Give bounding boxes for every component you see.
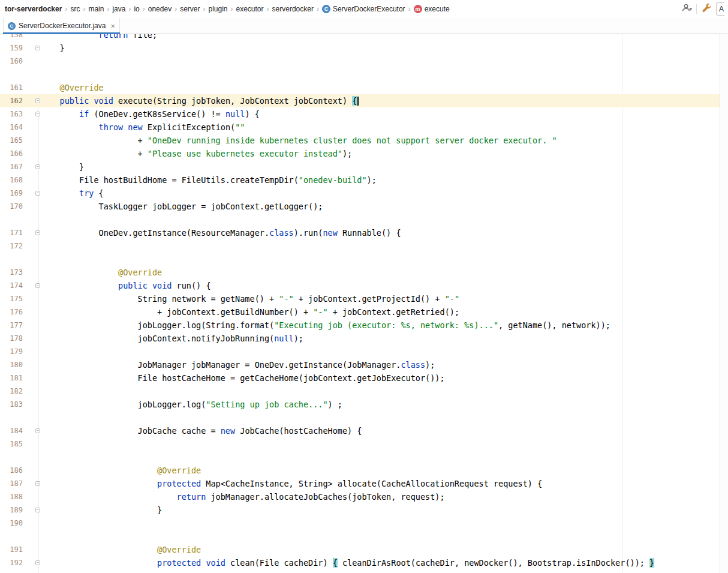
editor-scrollbar[interactable] [720, 34, 728, 573]
code-line-181[interactable]: 181 File hostCacheHome = getCacheHome(jo… [0, 371, 728, 385]
code-text[interactable]: @Override [40, 81, 728, 94]
line-number[interactable]: 160 [0, 55, 23, 68]
line-number[interactable]: 162 [0, 94, 23, 107]
line-number[interactable]: 173 [0, 266, 23, 279]
line-number[interactable]: 163 [0, 107, 23, 121]
line-number[interactable]: 180 [0, 358, 23, 371]
code-text[interactable]: try { [40, 187, 728, 200]
code-text[interactable] [40, 451, 728, 464]
gutter[interactable]: 165 [0, 134, 40, 147]
code-text[interactable]: return file; [40, 34, 728, 41]
gutter[interactable]: 175 [0, 292, 40, 305]
line-number[interactable]: 171 [0, 226, 23, 239]
line-number[interactable]: 191 [0, 543, 23, 556]
line-number[interactable] [0, 451, 23, 464]
code-text[interactable]: JobCache cache = new JobCache(hostCacheH… [40, 424, 728, 437]
code-text[interactable]: File hostCacheHome = getCacheHome(jobCon… [40, 371, 728, 385]
fold-marker-icon[interactable] [35, 481, 40, 486]
code-text[interactable] [40, 411, 728, 424]
line-number[interactable]: 168 [0, 173, 23, 187]
gutter[interactable]: 182 [0, 385, 40, 398]
line-number[interactable]: 183 [0, 398, 23, 411]
code-line-186[interactable]: 186 @Override [0, 464, 728, 477]
code-text[interactable]: } [40, 160, 728, 173]
code-line-178[interactable]: 178 jobContext.notifyJobRunning(null); [0, 332, 728, 345]
code-text[interactable]: protected void clean(File cacheDir) { cl… [40, 556, 728, 569]
code-text[interactable]: public void run() { [40, 279, 728, 292]
code-line-192[interactable]: 192 protected void clean(File cacheDir) … [0, 556, 728, 569]
gutter[interactable] [0, 451, 40, 464]
line-number[interactable]: 172 [0, 239, 23, 253]
code-text[interactable]: + "Please use kubernetes executor instea… [40, 147, 728, 160]
fold-marker-icon[interactable] [35, 230, 40, 235]
code-line-170[interactable]: 170 TaskLogger jobLogger = jobContext.ge… [0, 200, 728, 213]
line-number[interactable]: 166 [0, 147, 23, 160]
code-line-spacer[interactable] [0, 253, 728, 266]
code-text[interactable]: protected Map<CacheInstance, String> all… [40, 477, 728, 490]
line-number[interactable]: 164 [0, 121, 23, 134]
user-profile-button[interactable]: ▾ [681, 3, 692, 15]
line-number[interactable]: 177 [0, 319, 23, 332]
line-number[interactable]: 186 [0, 464, 23, 477]
code-line-183[interactable]: 183 jobLogger.log("Setting up job cache.… [0, 398, 728, 411]
line-number[interactable] [0, 253, 23, 266]
code-line-169[interactable]: 169 try { [0, 187, 728, 200]
code-text[interactable]: + "OneDev running inside kubernetes clus… [40, 134, 728, 147]
line-number[interactable]: 158 [0, 34, 23, 41]
code-text[interactable] [40, 437, 728, 451]
gutter[interactable]: 173 [0, 266, 40, 279]
gutter[interactable]: 178 [0, 332, 40, 345]
line-number[interactable]: 161 [0, 81, 23, 94]
gutter[interactable] [0, 411, 40, 424]
line-number[interactable]: 170 [0, 200, 23, 213]
gutter[interactable]: 162 [0, 94, 40, 107]
gutter[interactable]: 170 [0, 200, 40, 213]
line-number[interactable]: 159 [0, 41, 23, 55]
breadcrumb-item-server[interactable]: server [179, 4, 201, 14]
line-number[interactable]: 176 [0, 305, 23, 319]
code-line-180[interactable]: 180 JobManager jobManager = OneDev.getIn… [0, 358, 728, 371]
code-line-184[interactable]: 184 JobCache cache = new JobCache(hostCa… [0, 424, 728, 437]
line-number[interactable]: 179 [0, 345, 23, 358]
code-line-163[interactable]: 163 if (OneDev.getK8sService() != null) … [0, 107, 728, 121]
gutter[interactable] [0, 253, 40, 266]
code-text[interactable]: return jobManager.allocateJobCaches(jobT… [40, 490, 728, 503]
line-number[interactable] [0, 411, 23, 424]
code-line-161[interactable]: 161 @Override [0, 81, 728, 94]
code-text[interactable]: File hostBuildHome = FileUtils.createTem… [40, 173, 728, 187]
code-text[interactable]: @Override [40, 543, 728, 556]
gutter[interactable]: 189 [0, 503, 40, 517]
line-number[interactable]: 192 [0, 556, 23, 569]
line-number[interactable]: 190 [0, 517, 23, 530]
code-line-162[interactable]: 162 public void execute(String jobToken,… [0, 94, 728, 107]
gutter[interactable]: 163 [0, 107, 40, 121]
code-line-168[interactable]: 168 File hostBuildHome = FileUtils.creat… [0, 173, 728, 187]
gutter[interactable] [0, 213, 40, 226]
breadcrumb-item-executor[interactable]: executor [235, 4, 265, 14]
gutter[interactable] [0, 68, 40, 81]
line-number[interactable]: 188 [0, 490, 23, 503]
breadcrumb-item-io[interactable]: io [133, 4, 140, 14]
code-text[interactable] [40, 68, 728, 81]
code-line-190[interactable]: 190 [0, 517, 728, 530]
gutter[interactable]: 158 [0, 34, 40, 41]
code-line-179[interactable]: 179 [0, 345, 728, 358]
code-text[interactable]: throw new ExplicitException("" [40, 121, 728, 134]
gutter[interactable]: 177 [0, 319, 40, 332]
code-line-160[interactable]: 160 [0, 55, 728, 68]
code-text[interactable]: @Override [40, 266, 728, 279]
code-line-182[interactable]: 182 [0, 385, 728, 398]
truncated-toolbar-button[interactable]: A [716, 2, 724, 16]
fold-marker-icon[interactable] [35, 560, 40, 565]
gutter[interactable] [0, 530, 40, 543]
breadcrumb-item-src[interactable]: src [69, 4, 81, 14]
line-number[interactable] [0, 68, 23, 81]
code-line-174[interactable]: 174 public void run() { [0, 279, 728, 292]
code-text[interactable]: jobLogger.log(String.format("Executing j… [40, 319, 728, 332]
code-text[interactable]: jobContext.notifyJobRunning(null); [40, 332, 728, 345]
code-text[interactable]: if (OneDev.getK8sService() != null) { [40, 107, 728, 121]
code-text[interactable]: JobManager jobManager = OneDev.getInstan… [40, 358, 728, 371]
code-text[interactable] [40, 517, 728, 530]
gutter[interactable]: 168 [0, 173, 40, 187]
gutter[interactable]: 184 [0, 424, 40, 437]
